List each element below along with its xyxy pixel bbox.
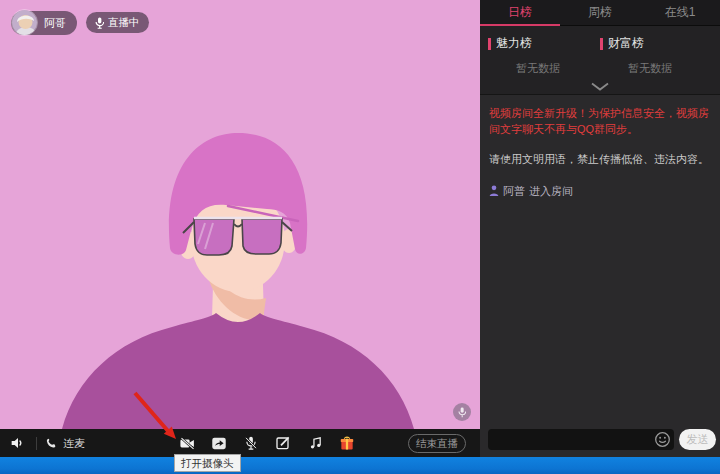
charm-rank-empty: 暂无数据 [488, 61, 588, 76]
phone-icon [45, 437, 58, 450]
announcement-edit-button[interactable] [272, 431, 294, 455]
charm-rank-title: 魅力榜 [488, 35, 600, 52]
chat-message-list: 视频房间全新升级！为保护信息安全，视频房间文字聊天不再与QQ群同步。 请使用文明… [480, 95, 720, 427]
speaker-volume-button[interactable] [6, 431, 28, 455]
collapse-ranking-button[interactable] [590, 79, 610, 93]
streamer-chip[interactable]: 阿哥 [11, 9, 77, 36]
entry-action-text: 进入房间 [529, 183, 573, 199]
emoji-smiley-icon [654, 431, 671, 448]
windows-taskbar[interactable] [0, 457, 720, 474]
gift-button[interactable] [336, 431, 358, 455]
live-status-badge: 直播中 [86, 12, 149, 33]
stream-mic-indicator[interactable] [453, 403, 471, 421]
tab-weekly-rank[interactable]: 周榜 [560, 0, 640, 25]
video-stream-area: 阿哥 直播中 [0, 0, 480, 429]
camera-toggle-button[interactable] [176, 431, 198, 455]
chevron-down-icon [590, 82, 610, 91]
rank-accent-bar [488, 38, 491, 50]
connect-mic-label: 连麦 [63, 436, 85, 451]
civility-notice: 请使用文明用语，禁止传播低俗、违法内容。 [489, 151, 711, 167]
ranking-section: 魅力榜 暂无数据 财富榜 暂无数据 [480, 26, 720, 95]
microphone-icon [458, 407, 466, 418]
live-status-label: 直播中 [108, 16, 140, 30]
speaker-icon [9, 435, 25, 451]
music-button[interactable] [304, 431, 326, 455]
system-upgrade-notice: 视频房间全新升级！为保护信息安全，视频房间文字聊天不再与QQ群同步。 [489, 105, 711, 137]
compose-icon [275, 435, 291, 451]
gift-icon [338, 435, 356, 452]
mic-toggle-button[interactable] [240, 431, 262, 455]
mic-off-icon [243, 435, 259, 452]
room-entry-event: 阿普 进入房间 [489, 183, 711, 199]
wealth-rank-title: 财富榜 [600, 35, 712, 52]
send-button[interactable]: 发送 [679, 429, 716, 450]
streamer-avatar[interactable] [11, 9, 38, 36]
wealth-rank-empty: 暂无数据 [600, 61, 700, 76]
chat-message-input[interactable] [488, 429, 674, 450]
tab-online-count[interactable]: 在线1 [640, 0, 720, 25]
wealth-rank-column: 财富榜 暂无数据 [600, 35, 712, 94]
screen-share-button[interactable] [208, 431, 230, 455]
connect-mic-button[interactable]: 连麦 [45, 436, 85, 451]
screen-share-icon [210, 435, 228, 452]
chat-input-bar: 发送 [480, 427, 720, 457]
user-person-icon [489, 185, 499, 197]
rank-tab-bar: 日榜 周榜 在线1 [480, 0, 720, 26]
charm-rank-column: 魅力榜 暂无数据 [488, 35, 600, 94]
chat-panel: 日榜 周榜 在线1 魅力榜 暂无数据 财富榜 暂无数据 [480, 0, 720, 457]
streamer-placeholder-illustration [0, 0, 480, 429]
music-note-icon [308, 435, 323, 451]
toolbar-divider [36, 437, 37, 450]
camera-off-icon [178, 435, 197, 452]
rank-accent-bar [600, 38, 603, 50]
entry-user-name[interactable]: 阿普 [503, 183, 525, 199]
microphone-icon [95, 17, 104, 29]
app-window: 阿哥 直播中 [0, 0, 720, 474]
emoji-picker-button[interactable] [654, 431, 671, 448]
end-live-button[interactable]: 结束直播 [408, 434, 466, 453]
tab-daily-rank[interactable]: 日榜 [480, 0, 560, 25]
camera-tooltip: 打开摄像头 [174, 454, 241, 472]
stream-toolbar: 连麦 [0, 429, 480, 457]
